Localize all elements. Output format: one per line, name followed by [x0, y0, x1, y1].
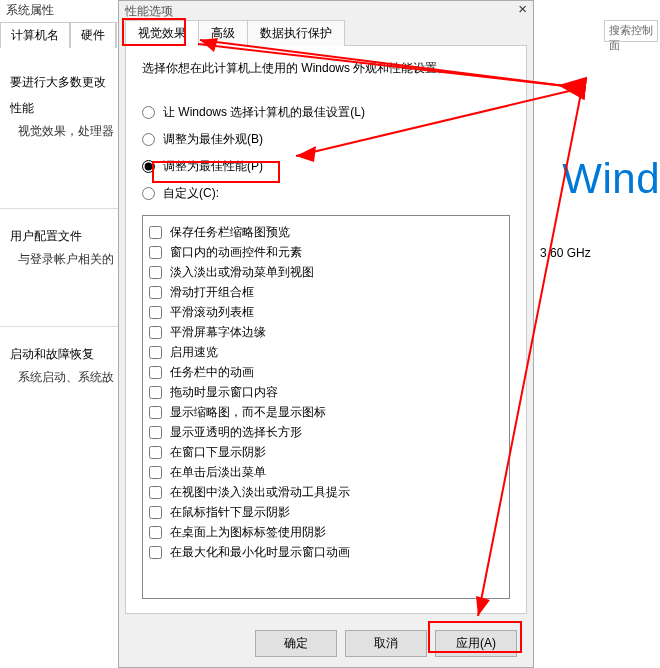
radio-performance-label: 调整为最佳性能(P) — [163, 158, 263, 175]
bg-perf-text: 视觉效果，处理器 — [18, 123, 114, 140]
list-item[interactable]: 任务栏中的动画 — [149, 363, 503, 381]
option-checkbox[interactable] — [149, 266, 162, 279]
content-description: 选择你想在此计算机上使用的 Windows 外观和性能设置。 — [142, 60, 510, 77]
ok-button[interactable]: 确定 — [255, 630, 337, 657]
bg-section-performance: 性能 视觉效果，处理器 — [10, 100, 114, 140]
option-checkbox[interactable] — [149, 406, 162, 419]
list-item[interactable]: 在桌面上为图标标签使用阴影 — [149, 523, 503, 541]
dialog-title: 性能选项 — [119, 1, 533, 19]
bg-user-text: 与登录帐户相关的 — [18, 251, 114, 268]
divider — [0, 326, 118, 327]
list-item[interactable]: 淡入淡出或滑动菜单到视图 — [149, 263, 503, 281]
option-checkbox[interactable] — [149, 226, 162, 239]
radio-appearance-label: 调整为最佳外观(B) — [163, 131, 263, 148]
list-item[interactable]: 在单击后淡出菜单 — [149, 463, 503, 481]
cancel-button[interactable]: 取消 — [345, 630, 427, 657]
option-checkbox[interactable] — [149, 466, 162, 479]
option-checkbox[interactable] — [149, 286, 162, 299]
bg-section-userprofile: 用户配置文件 与登录帐户相关的 — [10, 228, 114, 268]
apply-button[interactable]: 应用(A) — [435, 630, 517, 657]
option-label: 在最大化和最小化时显示窗口动画 — [170, 543, 350, 561]
list-item[interactable]: 在最大化和最小化时显示窗口动画 — [149, 543, 503, 561]
option-label: 显示缩略图，而不是显示图标 — [170, 403, 326, 421]
list-item[interactable]: 保存任务栏缩略图预览 — [149, 223, 503, 241]
bg-perf-title: 性能 — [10, 100, 114, 117]
list-item[interactable]: 窗口内的动画控件和元素 — [149, 243, 503, 261]
list-item[interactable]: 显示缩略图，而不是显示图标 — [149, 403, 503, 421]
list-item[interactable]: 拖动时显示窗口内容 — [149, 383, 503, 401]
option-label: 在窗口下显示阴影 — [170, 443, 266, 461]
list-item[interactable]: 显示亚透明的选择长方形 — [149, 423, 503, 441]
option-label: 保存任务栏缩略图预览 — [170, 223, 290, 241]
list-item[interactable]: 在鼠标指针下显示阴影 — [149, 503, 503, 521]
option-label: 在鼠标指针下显示阴影 — [170, 503, 290, 521]
radio-custom[interactable]: 自定义(C): — [142, 185, 510, 202]
dialog-buttons: 确定 取消 应用(A) — [119, 620, 533, 667]
cpu-speed: 3.60 GHz — [540, 246, 591, 260]
option-checkbox[interactable] — [149, 426, 162, 439]
option-checkbox[interactable] — [149, 506, 162, 519]
bg-desc: 要进行大多数更改 — [10, 74, 106, 91]
option-label: 在桌面上为图标标签使用阴影 — [170, 523, 326, 541]
list-item[interactable]: 在窗口下显示阴影 — [149, 443, 503, 461]
option-label: 淡入淡出或滑动菜单到视图 — [170, 263, 314, 281]
option-checkbox[interactable] — [149, 546, 162, 559]
divider — [0, 208, 118, 209]
option-label: 任务栏中的动画 — [170, 363, 254, 381]
radio-best-appearance[interactable]: 调整为最佳外观(B) — [142, 131, 510, 148]
list-item[interactable]: 滑动打开组合框 — [149, 283, 503, 301]
option-label: 在单击后淡出菜单 — [170, 463, 266, 481]
option-checkbox[interactable] — [149, 446, 162, 459]
option-checkbox[interactable] — [149, 486, 162, 499]
option-label: 滑动打开组合框 — [170, 283, 254, 301]
bg-tab-hardware[interactable]: 硬件 — [70, 22, 116, 48]
tab-visual-effects[interactable]: 视觉效果 — [125, 20, 199, 46]
bg-section-boot: 启动和故障恢复 系统启动、系统故 — [10, 346, 114, 386]
option-label: 窗口内的动画控件和元素 — [170, 243, 302, 261]
list-item[interactable]: 平滑屏幕字体边缘 — [149, 323, 503, 341]
radio-custom-label: 自定义(C): — [163, 185, 219, 202]
option-label: 启用速览 — [170, 343, 218, 361]
list-item[interactable]: 启用速览 — [149, 343, 503, 361]
windows-logo-text: Wind — [562, 155, 660, 203]
option-label: 显示亚透明的选择长方形 — [170, 423, 302, 441]
bg-user-title: 用户配置文件 — [10, 228, 114, 245]
close-icon[interactable]: × — [518, 0, 527, 17]
radio-auto-input[interactable] — [142, 106, 155, 119]
option-checkbox[interactable] — [149, 306, 162, 319]
option-label: 拖动时显示窗口内容 — [170, 383, 278, 401]
radio-auto-label: 让 Windows 选择计算机的最佳设置(L) — [163, 104, 365, 121]
option-label: 在视图中淡入淡出或滑动工具提示 — [170, 483, 350, 501]
option-label: 平滑屏幕字体边缘 — [170, 323, 266, 341]
radio-best-performance[interactable]: 调整为最佳性能(P) — [142, 158, 510, 175]
dialog-tabs: 视觉效果 高级 数据执行保护 — [119, 19, 533, 45]
tab-dep[interactable]: 数据执行保护 — [247, 20, 345, 46]
tab-advanced[interactable]: 高级 — [198, 20, 248, 46]
bg-boot-title: 启动和故障恢复 — [10, 346, 114, 363]
option-checkbox[interactable] — [149, 386, 162, 399]
dialog-content: 选择你想在此计算机上使用的 Windows 外观和性能设置。 让 Windows… — [125, 45, 527, 614]
radio-auto[interactable]: 让 Windows 选择计算机的最佳设置(L) — [142, 104, 510, 121]
bg-window-title: 系统属性 — [0, 2, 54, 19]
option-checkbox[interactable] — [149, 326, 162, 339]
list-item[interactable]: 在视图中淡入淡出或滑动工具提示 — [149, 483, 503, 501]
radio-performance-input[interactable] — [142, 160, 155, 173]
performance-options-dialog: 性能选项 × 视觉效果 高级 数据执行保护 选择你想在此计算机上使用的 Wind… — [118, 0, 534, 668]
bg-boot-text: 系统启动、系统故 — [18, 369, 114, 386]
search-input[interactable]: 搜索控制面 — [604, 20, 658, 42]
radio-appearance-input[interactable] — [142, 133, 155, 146]
list-item[interactable]: 平滑滚动列表框 — [149, 303, 503, 321]
bg-tab-computer-name[interactable]: 计算机名 — [0, 22, 70, 48]
option-checkbox[interactable] — [149, 246, 162, 259]
visual-options-list[interactable]: 保存任务栏缩略图预览窗口内的动画控件和元素淡入淡出或滑动菜单到视图滑动打开组合框… — [142, 215, 510, 599]
radio-custom-input[interactable] — [142, 187, 155, 200]
option-label: 平滑滚动列表框 — [170, 303, 254, 321]
option-checkbox[interactable] — [149, 346, 162, 359]
option-checkbox[interactable] — [149, 366, 162, 379]
option-checkbox[interactable] — [149, 526, 162, 539]
